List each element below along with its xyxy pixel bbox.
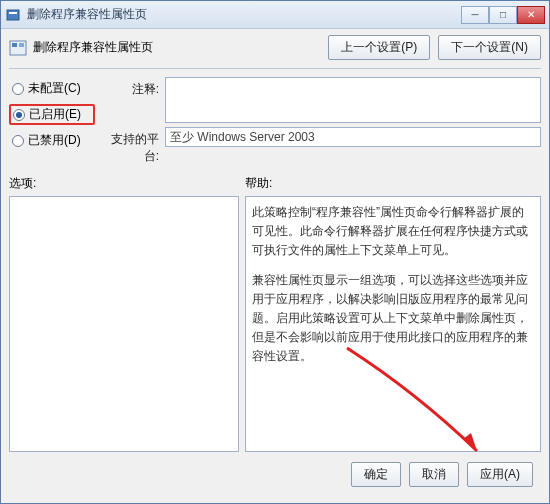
cancel-button[interactable]: 取消	[409, 462, 459, 487]
maximize-button[interactable]: □	[489, 6, 517, 24]
radio-group: 未配置(C) 已启用(E) 已禁用(D)	[9, 77, 95, 165]
help-paragraph: 此策略控制“程序兼容性”属性页命令行解释器扩展的可见性。此命令行解释器扩展在任何…	[252, 203, 534, 261]
policy-icon	[9, 39, 27, 57]
header-label: 删除程序兼容性属性页	[33, 39, 153, 56]
help-heading: 帮助:	[245, 175, 541, 192]
main-config: 未配置(C) 已启用(E) 已禁用(D) 注释: 支持的平台:	[9, 77, 541, 165]
radio-icon	[12, 83, 24, 95]
radio-icon	[13, 109, 25, 121]
dialog-window: 删除程序兼容性属性页 ─ □ ✕ 删除程序兼容性属性页 上一个设置(P) 下一个…	[0, 0, 550, 504]
app-icon	[5, 7, 21, 23]
divider	[9, 68, 541, 69]
svg-rect-3	[12, 43, 17, 47]
apply-button[interactable]: 应用(A)	[467, 462, 533, 487]
radio-label: 已禁用(D)	[28, 132, 81, 149]
radio-not-configured[interactable]: 未配置(C)	[9, 79, 95, 98]
ok-button[interactable]: 确定	[351, 462, 401, 487]
svg-rect-1	[9, 12, 17, 14]
help-panel[interactable]: 此策略控制“程序兼容性”属性页命令行解释器扩展的可见性。此命令行解释器扩展在任何…	[245, 196, 541, 452]
prev-setting-button[interactable]: 上一个设置(P)	[328, 35, 430, 60]
comment-input[interactable]	[165, 77, 541, 123]
panels: 此策略控制“程序兼容性”属性页命令行解释器扩展的可见性。此命令行解释器扩展在任何…	[9, 196, 541, 452]
titlebar[interactable]: 删除程序兼容性属性页 ─ □ ✕	[1, 1, 549, 29]
radio-label: 已启用(E)	[29, 106, 81, 123]
radio-icon	[12, 135, 24, 147]
close-button[interactable]: ✕	[517, 6, 545, 24]
footer: 确定 取消 应用(A)	[9, 452, 541, 497]
platform-field	[165, 127, 541, 147]
next-setting-button[interactable]: 下一个设置(N)	[438, 35, 541, 60]
content-area: 删除程序兼容性属性页 上一个设置(P) 下一个设置(N) 未配置(C) 已启用(…	[1, 29, 549, 503]
header-row: 删除程序兼容性属性页 上一个设置(P) 下一个设置(N)	[9, 35, 541, 60]
svg-rect-4	[19, 43, 24, 47]
radio-enabled[interactable]: 已启用(E)	[9, 104, 95, 125]
window-controls: ─ □ ✕	[461, 6, 545, 24]
help-paragraph: 兼容性属性页显示一组选项，可以选择这些选项并应用于应用程序，以解决影响旧版应用程…	[252, 271, 534, 367]
comment-label: 注释:	[103, 77, 159, 98]
radio-label: 未配置(C)	[28, 80, 81, 97]
platform-label: 支持的平台:	[103, 127, 159, 165]
options-panel[interactable]	[9, 196, 239, 452]
options-heading: 选项:	[9, 175, 245, 192]
window-title: 删除程序兼容性属性页	[27, 6, 461, 23]
svg-rect-0	[7, 10, 19, 20]
minimize-button[interactable]: ─	[461, 6, 489, 24]
radio-disabled[interactable]: 已禁用(D)	[9, 131, 95, 150]
